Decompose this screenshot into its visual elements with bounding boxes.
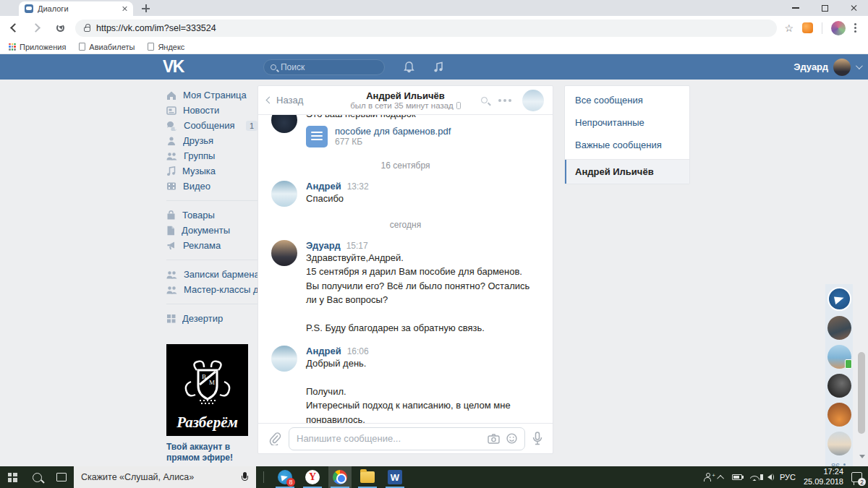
chat-title[interactable]: Андрей Ильичёв <box>332 90 479 101</box>
reload-button[interactable] <box>51 19 69 38</box>
back-button[interactable] <box>4 19 23 38</box>
window-maximize-button[interactable] <box>810 0 839 16</box>
friend-avatar[interactable] <box>827 374 851 398</box>
emoji-icon[interactable] <box>506 433 517 444</box>
sidebar-item-my-page[interactable]: Моя Страница <box>166 87 258 103</box>
clock[interactable]: 17:24 25.09.2018 <box>804 467 843 487</box>
taskbar-app-word[interactable]: W <box>383 466 407 488</box>
filter-unread[interactable]: Непрочитанные <box>565 111 689 134</box>
alice-search-input[interactable] <box>81 472 235 482</box>
page-scrollbar-thumb[interactable] <box>858 352 865 434</box>
selected-dialog[interactable]: Андрей Ильичёв <box>565 160 689 184</box>
attach-icon[interactable] <box>268 432 281 445</box>
voice-message-icon[interactable] <box>532 432 542 445</box>
sidebar-item-groups[interactable]: Группы <box>166 148 258 163</box>
vk-search-input[interactable] <box>281 62 367 72</box>
friend-avatar[interactable] <box>827 403 851 427</box>
bookmark-apps[interactable]: Приложения <box>9 43 66 51</box>
friend-avatar[interactable] <box>827 316 851 340</box>
message-author[interactable]: Андрей <box>306 346 341 356</box>
window-close-button[interactable] <box>839 0 868 16</box>
attachment[interactable]: пособие для барменов.pdf 677 КБ <box>306 126 540 147</box>
attachment-name[interactable]: пособие для барменов.pdf <box>335 126 451 137</box>
sidebar-item-market[interactable]: Товары <box>166 207 258 223</box>
extension-icon[interactable] <box>802 22 813 33</box>
date-divider: 16 сентября <box>258 160 553 171</box>
forward-button[interactable] <box>27 19 46 38</box>
taskbar-app-chrome[interactable] <box>328 466 352 488</box>
date-divider: сегодня <box>258 220 553 230</box>
start-button[interactable] <box>0 466 25 488</box>
messages-area[interactable]: Это ваш первый подарок пособие для барме… <box>258 115 553 423</box>
bookmark-avia[interactable]: Авиабилеты <box>79 43 135 51</box>
browser-menu-icon[interactable] <box>854 27 856 29</box>
sidebar-item-documents[interactable]: Документы <box>166 223 258 238</box>
chat-menu-icon[interactable] <box>503 99 506 102</box>
task-view-icon[interactable] <box>49 466 74 488</box>
sidebar-ad[interactable]: В М Разберём Твой аккаунт в прямом эфире… <box>166 344 248 474</box>
page-icon <box>148 43 154 51</box>
ad-image[interactable]: В М Разберём <box>166 344 248 436</box>
back-to-dialogs-button[interactable]: Назад <box>267 95 332 106</box>
battery-icon[interactable] <box>732 474 742 480</box>
vk-user-menu[interactable]: Эдуард <box>793 54 861 80</box>
action-center-icon[interactable]: 2 <box>851 472 862 482</box>
sidebar-item-messages[interactable]: Сообщения 1 <box>166 118 258 133</box>
sidebar-item-group-master[interactable]: Мастер-классы д.. <box>166 282 258 297</box>
taskbar-app-explorer[interactable] <box>356 466 379 488</box>
volume-icon[interactable] <box>767 474 772 480</box>
scroll-down-arrow-icon[interactable] <box>859 455 865 458</box>
window-minimize-button[interactable] <box>781 0 810 16</box>
sidebar-item-video[interactable]: Видео <box>166 179 258 194</box>
tab-close-icon[interactable] <box>122 6 127 12</box>
url-text[interactable]: https://vk.com/im?sel=333524 <box>96 23 216 33</box>
message-input-box[interactable] <box>289 427 525 450</box>
sidebar-item-group-zapiski[interactable]: Записки бармена.. <box>166 267 258 282</box>
avatar[interactable] <box>271 115 297 133</box>
mobile-icon <box>456 102 461 109</box>
bookmark-yandex[interactable]: Яндекс <box>148 43 184 51</box>
avatar[interactable] <box>271 181 297 207</box>
chat-search-icon[interactable] <box>481 97 488 103</box>
taskbar-app-telegram[interactable]: 8 <box>273 466 297 488</box>
bookmark-star-icon[interactable]: ☆ <box>784 23 793 33</box>
taskbar-divider <box>263 471 264 483</box>
message-author[interactable]: Андрей <box>306 181 341 192</box>
address-bar[interactable]: https://vk.com/im?sel=333524 <box>75 20 777 37</box>
notifications-bell-icon[interactable] <box>404 61 414 73</box>
filter-all-messages[interactable]: Все сообщения <box>565 89 689 111</box>
camera-icon[interactable] <box>488 434 500 444</box>
alice-search-box[interactable] <box>74 466 256 488</box>
taskbar-search-icon[interactable] <box>25 466 49 488</box>
chat-peer-avatar[interactable] <box>522 90 544 111</box>
wifi-icon[interactable] <box>750 474 760 481</box>
people-icon[interactable] <box>704 477 711 481</box>
sidebar-item-friends[interactable]: Друзья <box>166 133 258 148</box>
sidebar-item-music[interactable]: Музыка <box>166 163 258 179</box>
friend-avatar[interactable] <box>827 432 851 455</box>
friend-avatar-mobile-online[interactable] <box>827 345 851 369</box>
telegram-chat-avatar[interactable] <box>827 287 851 311</box>
avatar[interactable] <box>271 346 297 372</box>
telegram-badge: 8 <box>286 478 295 487</box>
browser-tab[interactable]: Диалоги <box>19 1 133 16</box>
avatar[interactable] <box>271 240 297 266</box>
music-icon[interactable] <box>433 61 443 73</box>
sidebar-item-app-dezertir[interactable]: Дезертир <box>166 311 258 326</box>
sidebar-item-ads[interactable]: Реклама <box>166 238 258 253</box>
bookmark-label: Авиабилеты <box>89 43 135 51</box>
message-author[interactable]: Эдуард <box>306 240 341 251</box>
message-input[interactable] <box>297 433 481 444</box>
taskbar-app-yandex[interactable]: Y <box>301 466 324 488</box>
alice-mic-icon[interactable] <box>241 472 249 483</box>
filter-important[interactable]: Важные сообщения <box>565 134 689 156</box>
ad-title[interactable]: Твой аккаунт в прямом эфире! <box>166 442 248 463</box>
language-indicator[interactable]: РУС <box>780 473 796 481</box>
back-label: Назад <box>276 95 303 106</box>
sidebar-item-news[interactable]: Новости <box>166 103 258 118</box>
tray-expand-icon[interactable] <box>717 474 724 481</box>
new-tab-button[interactable] <box>142 4 150 12</box>
browser-profile-avatar[interactable] <box>831 21 846 35</box>
vk-logo[interactable]: VK <box>163 57 184 77</box>
vk-search-box[interactable] <box>263 59 385 75</box>
